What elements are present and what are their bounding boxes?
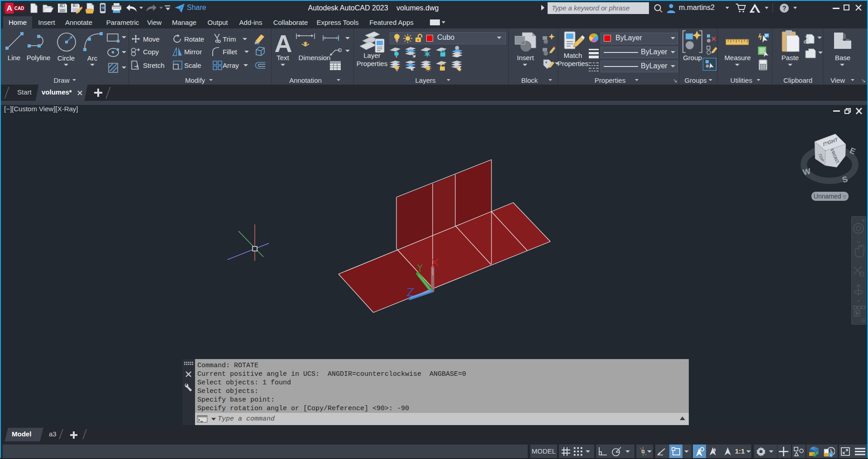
svg-text:?: ? — [782, 5, 787, 12]
svg-text:E: E — [849, 146, 857, 156]
svg-text:A: A — [7, 4, 12, 13]
svg-text:CAD: CAD — [14, 6, 24, 11]
svg-text:W: W — [802, 166, 811, 177]
